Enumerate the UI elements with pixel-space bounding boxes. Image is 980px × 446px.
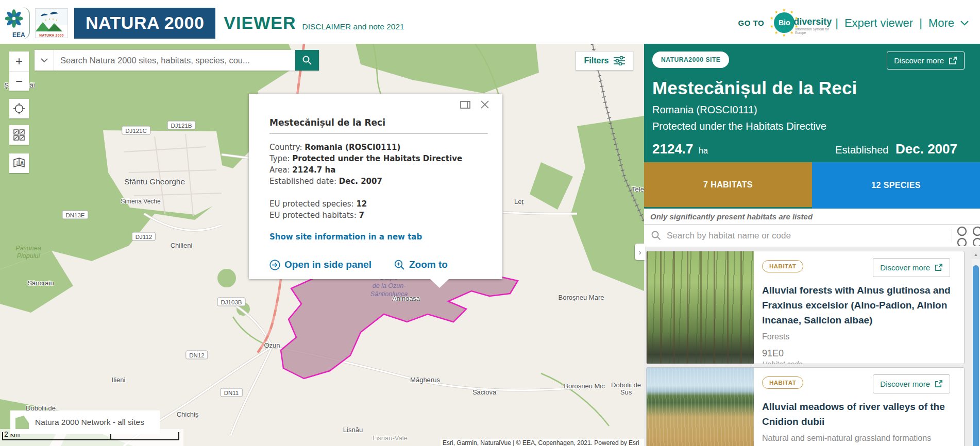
- bio-sub-label: Information System for Europe: [795, 27, 831, 35]
- habitat-category: Forests: [762, 331, 956, 343]
- row-label: EU protected habitats:: [269, 211, 359, 220]
- tab-habitats[interactable]: 7 HABITATS: [644, 162, 812, 207]
- site-type-badge: NATURA2000 SITE: [652, 52, 729, 68]
- map-label: Lisnău: [343, 426, 363, 434]
- established-value: Dec. 2007: [895, 141, 957, 157]
- habitat-card-body: HABITAT Discover more Alluvial forests w…: [754, 251, 964, 364]
- top-header: EEA NATURA 2000 NATURA 2000 VIEWER DISCL…: [0, 0, 980, 44]
- eea-logo[interactable]: EEA: [4, 7, 30, 39]
- more-menu[interactable]: More: [928, 16, 954, 30]
- zoom-in-button[interactable]: +: [9, 52, 29, 71]
- viewer-title: VIEWER: [224, 13, 296, 33]
- popup-row-habitats: EU protected habitats: 7: [269, 210, 488, 221]
- natura2000-logo-icon: [36, 9, 67, 31]
- filters-sliders-icon: [614, 56, 625, 65]
- map-label: Dobolii de Sus: [609, 382, 643, 396]
- card-discover-label: Discover more: [880, 380, 930, 388]
- road-badge: DJ121B: [167, 121, 196, 130]
- habitat-badge: HABITAT: [762, 260, 803, 272]
- disclaimer-link[interactable]: DISCLAIMER and note 2021: [302, 22, 404, 31]
- pasture-label-line: Plopului: [15, 252, 41, 260]
- discover-more-button[interactable]: Discover more: [887, 52, 965, 70]
- biodiversity-logo[interactable]: ★★ ★★ ★★ ★★ ★★ Bio diversity Information…: [769, 8, 830, 39]
- search-submit-button[interactable]: [295, 50, 319, 71]
- map-label: Sfântu Gheorghe: [124, 177, 185, 186]
- habitat-card[interactable]: HABITAT Discover more Alluvial forests w…: [646, 251, 965, 364]
- card-discover-more-button[interactable]: Discover more: [873, 374, 950, 393]
- map-label: Tele: [632, 185, 644, 193]
- expert-viewer-link[interactable]: Expert viewer: [844, 16, 913, 30]
- basemap-gallery-button[interactable]: [9, 125, 29, 145]
- habitat-photo-meadow: [647, 368, 754, 446]
- basemap-icon: [13, 129, 25, 141]
- zoom-out-button[interactable]: −: [9, 71, 29, 91]
- legend-swatch-icon: [15, 416, 29, 429]
- habitat-card[interactable]: HABITAT Discover more Alluvial meadows o…: [646, 367, 965, 446]
- map-search-input[interactable]: [54, 50, 295, 71]
- panel-collapse-handle[interactable]: ›: [635, 244, 645, 260]
- row-value: Dec. 2007: [339, 177, 382, 186]
- search-scope-dropdown[interactable]: [35, 50, 54, 71]
- popup-body: Mestecănișul de la Reci Country: Romania…: [249, 94, 502, 242]
- scrollbar-thumb[interactable]: [973, 265, 979, 446]
- locate-button[interactable]: [9, 99, 29, 118]
- panel-scrollbar[interactable]: ▲: [972, 250, 980, 446]
- map-label: Boroșneu Mare: [559, 294, 604, 301]
- bio-diversity-label: diversity: [793, 16, 832, 27]
- card-discover-more-button[interactable]: Discover more: [873, 258, 950, 277]
- zoom-to-label: Zoom to: [409, 259, 448, 270]
- row-label: Type:: [269, 154, 292, 163]
- map-label: Saciova: [472, 388, 496, 396]
- row-label: Area:: [269, 165, 292, 175]
- tab-species[interactable]: 12 SPECIES: [812, 162, 980, 209]
- row-value: Romania (ROSCI0111): [305, 143, 400, 152]
- popup-divider: [269, 133, 488, 134]
- brand-title: NATURA 2000: [74, 8, 215, 39]
- row-value: 7: [359, 211, 364, 220]
- header-right: GO TO ★★ ★★ ★★ ★★ ★★ Bio diversity Infor…: [738, 8, 969, 39]
- map-label: Sâncraiu: [27, 279, 54, 287]
- map-label: Chichiș: [177, 410, 199, 418]
- row-value: Protected under the Habitats Directive: [292, 154, 462, 163]
- road-badge: DJ121C: [122, 126, 150, 135]
- row-label: Country:: [269, 143, 305, 152]
- road-badge: DN11: [221, 388, 243, 397]
- natura2000-logo[interactable]: NATURA 2000: [35, 8, 68, 38]
- popup-row-area: Area: 2124.7 ha: [269, 164, 488, 176]
- goto-label: GO TO: [738, 19, 765, 27]
- scale-line: [2, 433, 179, 440]
- popup-row-country: Country: Romania (ROSCI0111): [269, 142, 488, 153]
- site-established: Established Dec. 2007: [835, 141, 957, 157]
- translate-button[interactable]: え A: [9, 153, 29, 173]
- filters-button[interactable]: Filters: [576, 51, 633, 71]
- site-country: Romania (ROSCI0111): [652, 104, 972, 116]
- view-options-icon[interactable]: [957, 226, 980, 246]
- scrollbar-up-arrow[interactable]: ▲: [972, 250, 980, 259]
- area-value: 2124.7: [652, 141, 694, 157]
- popup-spacer: [269, 187, 488, 198]
- natura2000-viewer-app: EEA NATURA 2000 NATURA 2000 VIEWER DISCL…: [0, 0, 980, 446]
- row-value: 12: [356, 199, 367, 209]
- separator: |: [835, 16, 838, 30]
- zoom-to-button[interactable]: Zoom to: [394, 259, 448, 270]
- dock-icon[interactable]: [460, 101, 470, 109]
- discover-more-label: Discover more: [894, 56, 944, 65]
- legend-label: Natura 2000 Network - all sites: [35, 418, 144, 427]
- chevron-down-icon[interactable]: [960, 21, 969, 26]
- map-search-bar: [35, 50, 319, 71]
- area-unit: ha: [699, 146, 708, 155]
- external-link-icon: [935, 380, 943, 388]
- card-discover-label: Discover more: [880, 263, 930, 272]
- panel-tabs: 7 HABITATS 12 SPECIES: [644, 162, 980, 209]
- road-badge: DJ112: [132, 232, 156, 241]
- established-label: Established: [835, 144, 888, 156]
- map-label: Boroșneu Mic: [564, 382, 604, 390]
- site-popup: Mestecănișul de la Reci Country: Romania…: [249, 94, 502, 279]
- divider: [952, 229, 952, 243]
- open-in-side-panel-button[interactable]: Open in side panel: [269, 259, 371, 270]
- close-icon[interactable]: [481, 100, 489, 109]
- protected-area-label-line: de la Ozun-: [370, 282, 408, 290]
- show-site-info-link[interactable]: Show site information in a new tab: [269, 232, 488, 242]
- popup-title: Mestecănișul de la Reci: [269, 117, 488, 128]
- habitat-search-input[interactable]: [667, 231, 952, 241]
